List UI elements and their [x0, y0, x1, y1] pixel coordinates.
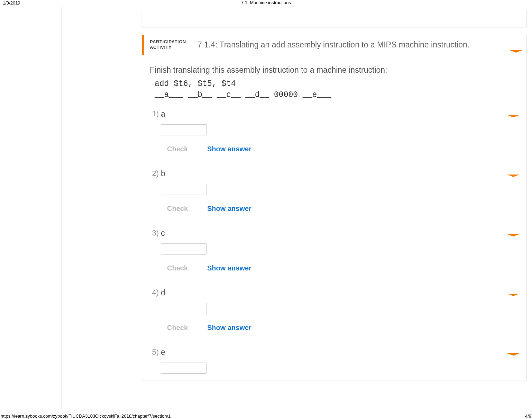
question-chevron-icon[interactable] [507, 352, 520, 358]
check-button[interactable]: Check [167, 205, 188, 213]
questions-list: 1) a Check Show answer 2) [150, 110, 519, 374]
previous-card-stub [142, 10, 527, 27]
question-2: 2) b Check Show answer [150, 170, 519, 229]
show-answer-button[interactable]: Show answer [207, 145, 251, 153]
svg-marker-1 [507, 115, 520, 117]
question-label: a [161, 110, 519, 118]
question-label: c [161, 229, 519, 237]
show-answer-button[interactable]: Show answer [207, 324, 251, 332]
question-number: 4) [150, 289, 161, 296]
sidebar-divider [61, 7, 62, 409]
answer-input-a[interactable] [161, 124, 207, 135]
print-page-number: 4/9 [525, 413, 531, 419]
question-label: d [161, 289, 519, 297]
svg-marker-0 [510, 50, 522, 53]
question-number: 2) [150, 170, 161, 177]
activity-title: 7.1.4: Translating an add assembly instr… [198, 40, 469, 50]
activity-label-line2: ACTIVITY [150, 45, 172, 50]
code-line-2: __a___ __b__ __c__ __d__ 00000 __e___ [155, 89, 519, 100]
question-3: 3) c Check Show answer [150, 229, 519, 289]
activity-label: PARTICIPATION ACTIVITY [150, 39, 195, 51]
collapse-chevron-icon[interactable] [510, 50, 522, 54]
show-answer-button[interactable]: Show answer [207, 264, 251, 272]
print-date: 1/3/2019 [3, 0, 20, 6]
question-chevron-icon[interactable] [507, 173, 520, 179]
question-label: e [161, 348, 519, 356]
check-button[interactable]: Check [167, 324, 188, 332]
print-title: 7.1. Machine instructions [3, 0, 529, 5]
code-line-1: add $t6, $t5, $t4 [155, 78, 519, 89]
question-chevron-icon[interactable] [507, 292, 520, 298]
question-number: 3) [150, 229, 161, 237]
print-header: 1/3/2019 7.1. Machine instructions [0, 0, 532, 5]
activity-label-line1: PARTICIPATION [150, 39, 186, 44]
svg-marker-5 [507, 353, 520, 356]
question-label: b [161, 170, 519, 178]
activity-body: Finish translating this assembly instruc… [142, 55, 526, 381]
answer-input-d[interactable] [161, 303, 207, 314]
question-chevron-icon[interactable] [507, 114, 520, 120]
instructions-text: Finish translating this assembly instruc… [150, 65, 519, 75]
show-answer-button[interactable]: Show answer [207, 205, 251, 213]
question-number: 5) [150, 348, 161, 356]
question-number: 1) [150, 110, 161, 118]
answer-input-c[interactable] [161, 243, 207, 255]
check-button[interactable]: Check [167, 145, 188, 153]
svg-marker-2 [507, 175, 520, 177]
question-4: 4) d Check Show answer [150, 289, 519, 348]
svg-marker-3 [507, 234, 520, 237]
question-chevron-icon[interactable] [507, 233, 520, 239]
question-1: 1) a Check Show answer [150, 110, 519, 170]
activity-header: PARTICIPATION ACTIVITY 7.1.4: Translatin… [142, 35, 526, 55]
answer-input-e[interactable] [161, 363, 207, 374]
main-content: PARTICIPATION ACTIVITY 7.1.4: Translatin… [142, 10, 527, 381]
print-url: https://learn.zybooks.com/zybook/FIUCDA3… [1, 413, 171, 419]
answer-input-b[interactable] [161, 184, 207, 195]
question-5: 5) e [150, 348, 519, 374]
check-button[interactable]: Check [167, 264, 188, 272]
svg-marker-4 [507, 294, 520, 296]
activity-card: PARTICIPATION ACTIVITY 7.1.4: Translatin… [142, 35, 527, 381]
